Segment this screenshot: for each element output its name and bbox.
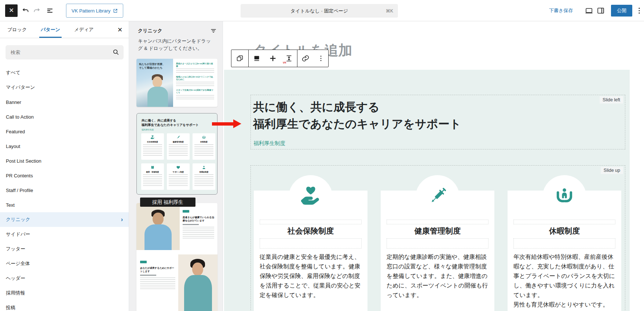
spacer-block[interactable] <box>513 238 615 249</box>
benefit-card-vacation[interactable]: 休暇制度 年次有給休暇や特別休暇、産前産後休暇など、充実した休暇制度があり、仕事… <box>508 191 621 311</box>
pattern-category-list: すべて マイパターン Banner Call to Action Feature… <box>0 65 129 311</box>
role-badge <box>183 210 189 213</box>
text-skeleton <box>140 278 175 290</box>
card-title[interactable]: 休暇制度 <box>513 226 615 236</box>
search-input[interactable] <box>6 45 124 59</box>
tab-blocks[interactable]: ブロック <box>6 21 28 38</box>
hands-holding-child-icon <box>202 135 206 140</box>
category-all[interactable]: すべて <box>0 65 129 80</box>
category-posts[interactable]: 投稿 <box>0 300 129 311</box>
text-skeleton <box>183 227 214 239</box>
tab-patterns[interactable]: パターン <box>39 21 62 38</box>
command-shortcut: ⌘K <box>386 8 393 14</box>
spacer-block[interactable] <box>387 220 489 224</box>
person-icon <box>202 165 206 170</box>
category-staff-profile[interactable]: Staff / Profile <box>0 183 129 198</box>
spacer-block[interactable] <box>513 220 615 224</box>
tab-media[interactable]: メディア <box>73 21 95 38</box>
redo-icon[interactable] <box>32 6 41 15</box>
mini-card: 健康管理制度 <box>167 133 190 160</box>
spacer-block[interactable] <box>260 220 362 224</box>
close-inserter-icon[interactable]: ✕ <box>116 25 124 34</box>
category-full-page[interactable]: ページ全体 <box>0 256 129 271</box>
undo-icon[interactable] <box>21 6 30 15</box>
pattern-thumbnail-clinic-intro[interactable]: 私たちが目指す医療、 そして職場のかたち 患者さま一人ひとりに[br-xx]寄り… <box>136 59 217 107</box>
category-clinic[interactable]: クリニック › <box>0 212 129 227</box>
thumbnail-heading: 共に働く、共に成長する 福利厚生であなたのキャリアをサポート <box>142 118 199 127</box>
command-center-button[interactable]: タイトルなし · 固定ページ ⌘K <box>241 4 398 18</box>
mini-card: 退職金制度 <box>193 163 215 190</box>
thumbnail-link: 福利厚生制度 <box>142 129 154 131</box>
mini-card: 教育・研修制度 <box>141 163 164 190</box>
name-skeleton <box>183 224 199 225</box>
link-icon[interactable] <box>297 50 314 67</box>
drag-drop-hint: キャンバス内にパターンをドラッグ & ドロップしてください。 <box>138 37 215 52</box>
thumbnail-photo-nurse <box>178 254 217 311</box>
editor-canvas[interactable]: タイトルを追加 VK Slide left 共に働く、共に成長する <box>223 21 644 311</box>
block-toolbar: VK <box>231 50 329 67</box>
card-title[interactable]: 健康管理制度 <box>387 226 489 236</box>
mini-card: 休暇制度 <box>193 133 215 160</box>
category-pr-contents[interactable]: PR Contents <box>0 168 129 183</box>
vk-pro-badge: VK <box>283 61 286 64</box>
card-body[interactable]: 定期的な健康診断の実施や、健康相談窓口の設置など、様々な健康管理制度を整備してい… <box>387 252 489 300</box>
document-title: タイトルなし · 固定ページ <box>290 8 348 14</box>
close-editor-button[interactable]: ✕ <box>5 4 18 17</box>
benefit-card-health-management[interactable]: 健康管理制度 定期的な健康診断の実施や、健康相談窓口の設置など、様々な健康管理制… <box>381 191 494 311</box>
category-layout[interactable]: Layout <box>0 139 129 153</box>
transform-icon[interactable] <box>231 50 248 67</box>
pattern-thumbnail-staff-profile[interactable]: 患者さんが健康でいられる治療を心がけています あなたが成長するためにサポートしま… <box>136 203 217 311</box>
category-text[interactable]: Text <box>0 198 129 212</box>
category-call-to-action[interactable]: Call to Action <box>0 109 129 124</box>
category-my-patterns[interactable]: マイパターン <box>0 80 129 95</box>
vertical-resize-icon[interactable]: VK <box>281 50 297 67</box>
cards-block[interactable]: Slide up 社会保険制度 従業員の健康と安全を最優先に考え、社会保険制度を… <box>250 165 625 311</box>
thumbnail-overlay-title: 私たちが目指す医療、 そして職場のかたち <box>139 62 165 70</box>
text-skeleton <box>176 95 214 100</box>
category-footer[interactable]: フッター <box>0 242 129 256</box>
name-skeleton <box>140 275 156 276</box>
options-kebab-icon[interactable] <box>314 50 328 67</box>
category-banner[interactable]: Banner <box>0 95 129 109</box>
category-sidebar[interactable]: サイドバー <box>0 227 129 242</box>
spacer-block[interactable] <box>260 238 362 249</box>
plus-icon[interactable] <box>265 50 281 67</box>
welfare-pattern-section[interactable]: Slide left 共に働く、共に成長する 福利厚生であなたのキャリアをサポー… <box>224 70 630 311</box>
category-header[interactable]: ヘッダー <box>0 271 129 286</box>
text-skeleton <box>176 82 214 87</box>
section-subtitle-link[interactable]: 福利厚生制度 <box>253 140 285 147</box>
save-draft-button[interactable]: 下書き保存 <box>549 0 573 21</box>
card-title[interactable]: 社会保険制度 <box>260 226 362 236</box>
spacer-block[interactable] <box>387 238 489 249</box>
annotation-arrow <box>212 119 241 128</box>
thumbnail-text-block: あなたが成長するためにサポートします <box>140 258 175 290</box>
heart-icon <box>176 165 180 170</box>
category-recruit[interactable]: 採用情報 <box>0 286 129 300</box>
category-post-list-section[interactable]: Post List Section <box>0 153 129 168</box>
mini-card: サポート制度 <box>167 163 190 190</box>
pattern-search <box>6 45 124 59</box>
vk-pattern-library-button[interactable]: VK Pattern Library <box>66 4 123 18</box>
panel-title: クリニック <box>138 28 162 34</box>
thumbnail-text-column: 患者さま一人ひとりに[br-xx]寄り添う医療 地域とともに歩む[br-xx]ク… <box>176 62 214 100</box>
category-clinic-label: クリニック <box>6 216 30 223</box>
card-body[interactable]: 従業員の健康と安全を最優先に考え、社会保険制度を整備しています。健康保険や労災保… <box>260 252 362 300</box>
text-skeleton <box>176 69 214 73</box>
options-kebab-icon[interactable] <box>635 6 644 15</box>
heading-block[interactable]: Slide left 共に働く、共に成長する 福利厚生であなたのキャリアをサポー… <box>250 95 625 149</box>
search-icon <box>113 49 119 55</box>
category-featured[interactable]: Featured <box>0 124 129 139</box>
cover-icon[interactable] <box>249 50 265 67</box>
settings-sidebar-icon[interactable] <box>596 6 605 15</box>
preview-devices-icon[interactable] <box>585 6 593 15</box>
publish-button[interactable]: 公開 <box>611 5 632 17</box>
section-heading[interactable]: 共に働く、共に成長する 福利厚生であなたのキャリアをサポート <box>253 99 461 133</box>
benefit-card-social-insurance[interactable]: 社会保険制度 従業員の健康と安全を最優先に考え、社会保険制度を整備しています。健… <box>254 191 367 311</box>
external-link-icon <box>113 8 118 13</box>
card-body[interactable]: 年次有給休暇や特別休暇、産前産後休暇など、充実した休暇制度があり、仕事とプライベ… <box>513 252 615 310</box>
list-view-icon[interactable] <box>45 6 54 15</box>
animation-label-slide-left: Slide left <box>600 96 623 104</box>
pattern-thumbnail-welfare-selected[interactable]: 共に働く、共に成長する 福利厚生であなたのキャリアをサポート 福利厚生制度 社会… <box>136 113 217 195</box>
hand-holding-heart-icon <box>150 135 155 140</box>
filter-icon[interactable] <box>209 27 217 35</box>
